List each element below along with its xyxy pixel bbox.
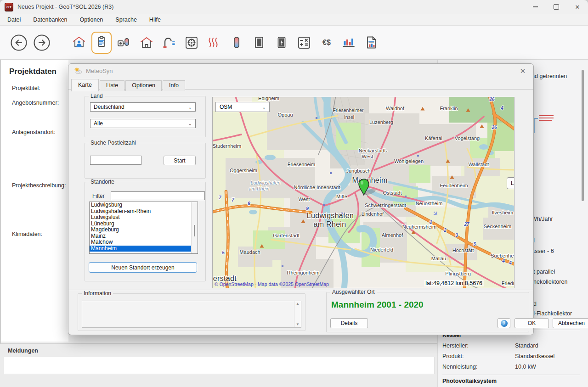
menu-item-datenbanken[interactable]: Datenbanken xyxy=(33,17,67,23)
svg-text:West: West xyxy=(299,196,310,202)
svg-text:3: 3 xyxy=(473,241,476,247)
economy-button[interactable]: €$ xyxy=(317,32,337,54)
tab-info[interactable]: Info xyxy=(163,80,185,91)
close-icon[interactable]: ✕ xyxy=(567,0,588,14)
list-item[interactable]: Ludwigsburg xyxy=(90,202,198,208)
background-text-fragment: nekollektoren xyxy=(533,279,567,285)
tab-optionen[interactable]: Optionen xyxy=(125,80,162,91)
svg-text:West: West xyxy=(362,154,373,159)
list-scrollbar[interactable] xyxy=(191,202,198,253)
page-title: Projektdaten xyxy=(9,67,68,76)
list-item[interactable]: Mainz xyxy=(90,233,198,240)
create-location-button[interactable]: Neuen Standort erzeugen xyxy=(89,262,197,273)
svg-text:7: 7 xyxy=(232,197,234,202)
back-button[interactable] xyxy=(10,34,28,51)
information-textarea[interactable]: ▲ ▼ xyxy=(82,301,301,328)
list-item[interactable]: Malchow xyxy=(90,239,198,246)
svg-text:9: 9 xyxy=(306,206,309,211)
svg-text:Jungbusch: Jungbusch xyxy=(346,168,370,174)
svg-text:3: 3 xyxy=(455,233,458,238)
report-button[interactable] xyxy=(362,32,382,54)
menu-item-hilfe[interactable]: Hilfe xyxy=(149,17,161,23)
system-selection-button[interactable] xyxy=(114,32,134,54)
tab-liste[interactable]: Liste xyxy=(100,80,124,91)
map-attribution[interactable]: © OpenStreetMap - Map data ©2025 OpenStr… xyxy=(215,281,329,287)
svg-text:Neuostheim: Neuostheim xyxy=(416,201,443,206)
help-button[interactable]: ? xyxy=(498,318,510,328)
svg-text:Vogelstang: Vogelstang xyxy=(455,135,480,141)
list-item[interactable]: Ludwigslust xyxy=(90,214,198,221)
region-select[interactable]: Alle⌄ xyxy=(90,119,196,128)
heating-button[interactable] xyxy=(204,32,224,54)
land-group-label: Land xyxy=(89,93,105,99)
details-button[interactable]: Details xyxy=(330,318,368,328)
menu-item-optionen[interactable]: Optionen xyxy=(80,17,103,23)
list-item[interactable]: Ludwigshafen-am-Rhein xyxy=(90,208,198,215)
tab-karte[interactable]: Karte xyxy=(71,79,99,91)
dialog-close-icon[interactable]: ✕ xyxy=(518,66,528,76)
project-data-button[interactable] xyxy=(91,32,112,54)
maximize-icon[interactable] xyxy=(546,0,567,14)
list-item[interactable]: Lüneburg xyxy=(90,221,198,227)
svg-text:Almenhof: Almenhof xyxy=(382,232,403,238)
results-button[interactable] xyxy=(339,32,359,54)
svg-text:Oggersheim: Oggersheim xyxy=(230,168,257,173)
svg-text:Friedric: Friedric xyxy=(502,280,514,286)
ok-button[interactable]: OK xyxy=(514,318,549,328)
location-list[interactable]: LudwigsburgLudwigshafen-am-RheinLudwigsl… xyxy=(89,202,198,254)
kessel-row: Produkt:Standardkessel xyxy=(442,353,580,359)
inverter-button[interactable] xyxy=(249,32,269,54)
country-select[interactable]: Deutschland⌄ xyxy=(90,102,196,112)
information-scrollbar[interactable]: ▲ ▼ xyxy=(294,301,301,327)
dialog-title-bar[interactable]: MeteoSyn ✕ xyxy=(68,64,533,78)
map-layer-select[interactable]: OSM⌄ xyxy=(215,102,270,112)
forward-button[interactable] xyxy=(33,34,51,51)
storage-tank-button[interactable] xyxy=(226,32,247,54)
weather-icon xyxy=(74,67,82,75)
postal-input[interactable] xyxy=(90,156,141,165)
menu-item-datei[interactable]: Datei xyxy=(7,17,21,23)
map-corner-button[interactable]: L xyxy=(507,177,514,189)
svg-text:Oststadt: Oststadt xyxy=(383,190,402,196)
svg-text:Ludwigshafen: Ludwigshafen xyxy=(251,180,281,185)
scroll-up-icon[interactable]: ▲ xyxy=(296,302,300,306)
minimize-icon[interactable] xyxy=(525,0,546,14)
svg-text:Edigheim: Edigheim xyxy=(258,97,279,101)
svg-text:Wallstadt: Wallstadt xyxy=(469,162,489,167)
domestic-hot-water-button[interactable] xyxy=(159,32,179,54)
selected-location-value: Mannheim 2001 - 2020 xyxy=(331,300,424,310)
project-info-button[interactable] xyxy=(69,32,89,54)
background-text-fragment: d xyxy=(533,301,537,307)
cancel-button[interactable]: Abbrechen xyxy=(553,318,588,328)
filter-label: Filter xyxy=(92,193,105,199)
window-scrollbar[interactable] xyxy=(582,70,584,201)
help-icon: ? xyxy=(501,320,508,327)
list-item[interactable]: Mannheim xyxy=(90,246,198,252)
filter-input[interactable] xyxy=(111,191,205,200)
menu-bar: DateiDatenbankenOptionenSpracheHilfe xyxy=(0,14,588,26)
building-button[interactable] xyxy=(136,32,157,54)
svg-text:Luzenberg: Luzenberg xyxy=(369,119,393,125)
field-label-angebotsnummer: Angebotsnummer: xyxy=(12,100,59,106)
svg-text:Suebenheim: Suebenheim xyxy=(491,253,514,258)
calculation-button[interactable] xyxy=(294,32,314,54)
svg-text:Friesenheimer: Friesenheimer xyxy=(333,107,364,113)
list-item[interactable]: Magdeburg xyxy=(90,227,198,233)
svg-text:Mitte: Mitte xyxy=(336,194,347,199)
field-label-projekttitel: Projekttitel: xyxy=(12,85,40,91)
scroll-down-icon[interactable]: ▼ xyxy=(296,323,300,326)
ventilation-button[interactable] xyxy=(181,32,202,54)
background-text-fragment: d-Flachkollektor xyxy=(531,310,572,317)
start-button[interactable]: Start xyxy=(164,156,196,165)
menu-item-sprache[interactable]: Sprache xyxy=(115,17,137,23)
svg-text:4: 4 xyxy=(500,106,503,111)
chevron-down-icon: ⌄ xyxy=(262,105,266,110)
svg-text:Rheingönheim: Rheingönheim xyxy=(287,270,320,275)
battery-button[interactable] xyxy=(271,32,292,54)
map-canvas[interactable]: EdigheimOppauFriesenheimerInselStudernhe… xyxy=(212,97,514,288)
svg-text:Mallau: Mallau xyxy=(431,256,446,261)
background-text-fragment: nd getrennten xyxy=(531,73,567,79)
toolbar: €$ xyxy=(0,26,588,60)
field-label-anlagenstandort: Anlagenstandort: xyxy=(12,129,56,135)
background-text-fragment: Wh/Jahr xyxy=(531,216,553,222)
